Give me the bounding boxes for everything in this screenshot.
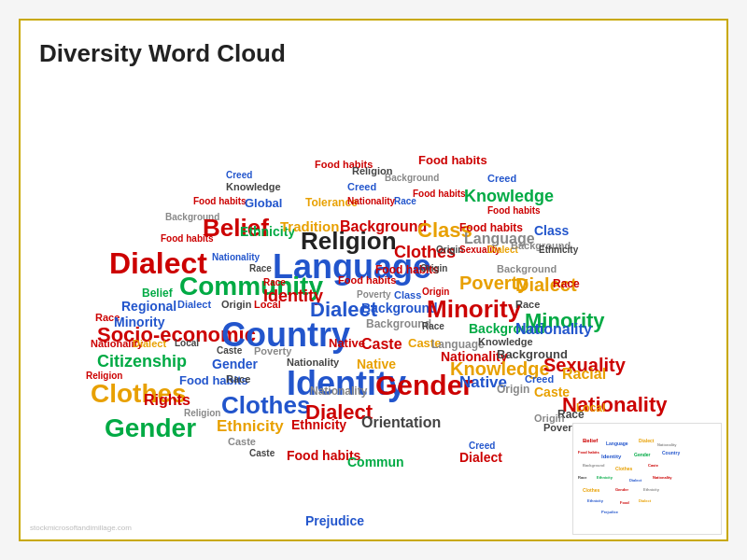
cloud-word: Minority [427, 297, 521, 321]
cloud-word: Nationality [310, 385, 367, 397]
thumbnail-word: Clothes [615, 466, 632, 471]
thumbnail-word: Race [578, 475, 587, 480]
thumbnail-word: Nationality [657, 442, 676, 447]
thumbnail-word: Gender [634, 452, 651, 457]
cloud-word: Citizenship [97, 353, 187, 370]
thumbnail-word: Caste [648, 463, 658, 468]
cloud-word: Clothes [221, 393, 310, 417]
thumbnail-word: Gender [615, 487, 628, 492]
cloud-word: Food habits [193, 197, 247, 206]
cloud-word: Food habits [338, 275, 396, 286]
slide: Diversity Word Cloud Food habitsFood hab… [19, 19, 728, 541]
cloud-word: Regional [121, 300, 176, 313]
thumbnail-word: Food [620, 500, 629, 505]
cloud-word: Class [394, 290, 421, 301]
cloud-word: Orientation [361, 415, 441, 430]
cloud-word: Ethnicity [539, 245, 578, 255]
cloud-word: Native [329, 337, 365, 349]
cloud-word: Caste [217, 346, 242, 356]
cloud-word: Nationality [515, 322, 592, 337]
thumbnail-word: Ethnicity [597, 475, 613, 480]
cloud-word: Food habits [161, 234, 214, 244]
cloud-word: Poverty [254, 346, 291, 357]
cloud-word: Caste [361, 337, 402, 352]
cloud-word: Local [576, 402, 605, 413]
cloud-word: Belief [142, 287, 173, 299]
thumbnail: BeliefLanguageDialectNationalityFood hab… [572, 423, 722, 535]
thumbnail-word: Identity [601, 454, 621, 459]
thumbnail-word: Belief [583, 438, 598, 443]
cloud-word: Global [245, 197, 282, 209]
cloud-word: Creed [347, 182, 376, 192]
cloud-word: Gender [105, 415, 196, 441]
thumbnail-word: Language [606, 441, 628, 446]
cloud-word: Dialect [133, 339, 166, 349]
thumbnail-word: Prejudice [601, 510, 618, 514]
cloud-word: Knowledge [226, 182, 281, 192]
watermark: stockmicrosoftandimillage.com [30, 524, 132, 532]
cloud-word: Caste [249, 449, 275, 458]
cloud-word: Commun [347, 455, 404, 469]
thumbnail-word: Background [583, 463, 604, 468]
cloud-word: Ethnicity [291, 418, 346, 431]
cloud-word: Origin [221, 300, 251, 310]
cloud-word: Food habits [418, 154, 487, 166]
thumbnail-word: Nationality [653, 475, 671, 480]
cloud-word: Knowledge [464, 188, 554, 204]
cloud-word: Food habits [487, 206, 541, 216]
cloud-word: Creed [226, 171, 252, 180]
thumbnail-word: Dialect [639, 498, 651, 503]
cloud-word: Racial [562, 367, 606, 382]
thumbnail-word: Ethnicity [643, 487, 659, 492]
thumbnail-word: Ethnicity [587, 498, 603, 503]
cloud-word: Background [385, 174, 439, 183]
cloud-word: Class [534, 224, 569, 237]
cloud-word: Creed [487, 174, 516, 184]
cloud-word: Dialect [459, 451, 502, 464]
thumbnail-word: Country [662, 450, 680, 455]
cloud-word: Caste [228, 437, 256, 447]
cloud-word: Origin [497, 384, 529, 395]
cloud-word: Local [254, 300, 281, 310]
cloud-word: Nationality [347, 197, 395, 206]
cloud-word: Local [175, 339, 199, 348]
cloud-word: Origin [420, 264, 447, 273]
cloud-word: Nationality [212, 253, 260, 262]
thumbnail-word: Dialect [629, 478, 641, 483]
cloud-word: Race [553, 278, 580, 289]
cloud-word: Race [226, 374, 250, 385]
cloud-word: Rights [144, 393, 190, 408]
thumbnail-word: Clothes [583, 487, 599, 493]
cloud-word: Race [422, 322, 444, 331]
cloud-word: Dialect [177, 300, 211, 310]
thumbnail-word: Dialect [639, 438, 654, 443]
slide-title: Diversity Word Cloud [39, 39, 708, 68]
cloud-word: Food habits [413, 189, 466, 199]
thumbnail-word: Food habits [578, 450, 599, 455]
cloud-word: Gender [212, 357, 258, 371]
cloud-word: Prejudice [305, 514, 364, 527]
cloud-word: Ethnicity [217, 418, 284, 434]
cloud-word: Knowledge [478, 337, 533, 347]
